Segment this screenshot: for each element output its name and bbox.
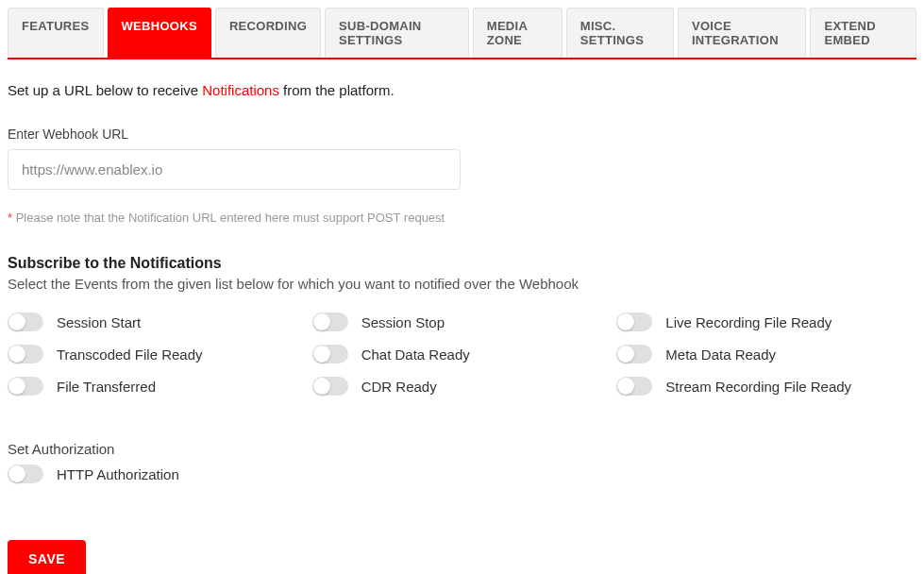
toggle-knob-icon [617,346,634,363]
toggle-live-recording-file-ready[interactable] [616,312,652,331]
tab-voice-integration[interactable]: VOICE INTEGRATION [678,8,806,58]
webhook-url-input[interactable] [8,149,461,190]
toggle-cdr-ready[interactable] [312,377,348,396]
toggle-http-authorization[interactable] [8,464,43,483]
event-label: Live Recording File Ready [665,314,832,330]
intro-prefix: Set up a URL below to receive [8,82,202,98]
tab-recording[interactable]: RECORDING [215,8,321,58]
toggle-session-stop[interactable] [312,312,348,331]
intro-suffix: from the platform. [279,82,395,98]
tab-media-zone[interactable]: MEDIA ZONE [473,8,563,58]
toggle-knob-icon [313,313,330,330]
event-label: File Transferred [57,379,156,395]
tab-subdomain-settings[interactable]: SUB-DOMAIN SETTINGS [325,8,469,58]
toggle-knob-icon [617,313,634,330]
toggle-session-start[interactable] [8,312,43,331]
toggle-meta-data-ready[interactable] [616,345,652,363]
toggle-knob-icon [8,346,25,363]
toggle-chat-data-ready[interactable] [312,345,348,363]
asterisk-icon: * [8,211,16,225]
event-label: Transcoded File Ready [57,346,203,363]
event-label: Session Start [57,314,141,330]
tab-webhooks[interactable]: WEBHOOKS [108,8,211,58]
tabs-bar: FEATURES WEBHOOKS RECORDING SUB-DOMAIN S… [8,8,916,59]
event-label: Session Stop [361,314,445,330]
event-transcoded-file-ready: Transcoded File Ready [8,345,305,363]
event-meta-data-ready: Meta Data Ready [616,345,914,363]
event-label: Meta Data Ready [665,346,776,363]
events-grid: Session Start Session Stop Live Recordin… [8,312,914,396]
event-live-recording-file-ready: Live Recording File Ready [616,312,914,331]
event-label: CDR Ready [361,379,437,395]
subscribe-desc: Select the Events from the given list be… [8,276,916,292]
toggle-file-transferred[interactable] [8,377,43,396]
toggle-knob-icon [8,465,25,482]
event-label: Chat Data Ready [361,346,470,363]
event-label: Stream Recording File Ready [665,379,851,395]
subscribe-title: Subscribe to the Notifications [8,255,916,272]
tab-features[interactable]: FEATURES [8,8,104,58]
post-request-note: * Please note that the Notification URL … [8,211,916,225]
event-session-start: Session Start [8,312,305,331]
auth-toggle-label: HTTP Authorization [57,466,179,482]
event-chat-data-ready: Chat Data Ready [312,345,610,363]
toggle-transcoded-file-ready[interactable] [8,345,43,363]
toggle-stream-recording-file-ready[interactable] [616,377,652,396]
intro-text: Set up a URL below to receive Notificati… [8,82,916,98]
toggle-knob-icon [617,378,634,395]
auth-section-label: Set Authorization [8,441,916,457]
auth-section: Set Authorization HTTP Authorization [8,441,916,483]
tab-extend-embed[interactable]: EXTEND EMBED [810,8,916,58]
note-text: Please note that the Notification URL en… [16,211,445,225]
save-button[interactable]: SAVE [8,540,86,574]
toggle-knob-icon [8,313,25,330]
event-stream-recording-file-ready: Stream Recording File Ready [616,377,914,396]
toggle-knob-icon [8,378,25,395]
toggle-knob-icon [313,378,330,395]
tab-misc-settings[interactable]: MISC. SETTINGS [566,8,674,58]
auth-toggle-item: HTTP Authorization [8,464,916,483]
event-file-transferred: File Transferred [8,377,305,396]
event-cdr-ready: CDR Ready [312,377,610,396]
webhook-url-label: Enter Webhook URL [8,127,916,142]
notifications-link[interactable]: Notifications [202,82,279,98]
event-session-stop: Session Stop [312,312,610,331]
toggle-knob-icon [313,346,330,363]
tab-content: Set up a URL below to receive Notificati… [8,59,916,574]
